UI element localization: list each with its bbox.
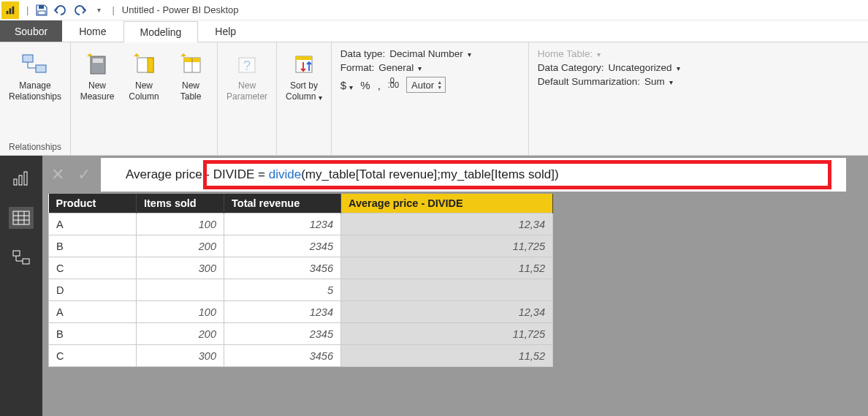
header-total-revenue[interactable]: Total revenue (224, 194, 341, 213)
header-product[interactable]: Product (49, 194, 137, 213)
chevron-down-icon: ▾ (677, 64, 680, 72)
nav-data-view[interactable] (9, 207, 34, 229)
summ-label: Default Summarization: (538, 76, 640, 87)
undo-icon (53, 4, 68, 16)
new-column-button[interactable]: New Column (123, 47, 164, 140)
format-value: General (378, 62, 414, 73)
table-row[interactable]: D5 (49, 279, 553, 301)
sort-by-column-button[interactable]: Sort by Column ▾ (283, 47, 325, 140)
cell-items-sold[interactable]: 100 (137, 301, 224, 323)
data-table[interactable]: Product Items sold Total revenue Average… (48, 194, 553, 367)
thousands-button[interactable]: , (378, 79, 381, 91)
cell-average-price[interactable]: 11,52 (341, 345, 553, 367)
nav-model-view[interactable] (9, 246, 34, 268)
decimals-icon: .0.00 (388, 76, 399, 94)
svg-rect-20 (24, 172, 27, 185)
decimals-spinner[interactable]: Autor ▲▼ (406, 77, 446, 93)
menu-file[interactable]: Soubor (0, 20, 62, 42)
table-row[interactable]: A100123412,34 (49, 301, 553, 323)
cell-items-sold[interactable]: 300 (137, 345, 224, 367)
tab-help[interactable]: Help (198, 20, 253, 42)
header-items-sold[interactable]: Items sold (137, 194, 224, 213)
caret-up-icon[interactable]: ▲ (437, 80, 442, 85)
cell-product[interactable]: C (49, 345, 137, 367)
data-view-icon (12, 210, 31, 226)
cell-total-revenue[interactable]: 3456 (224, 257, 341, 279)
table-row[interactable]: B200234511,725 (49, 235, 553, 257)
cell-total-revenue[interactable]: 1234 (224, 301, 341, 323)
undo-button[interactable] (52, 2, 69, 18)
save-icon (35, 4, 48, 17)
svg-rect-21 (13, 211, 29, 224)
percent-button[interactable]: % (360, 79, 370, 91)
cell-average-price[interactable]: 12,34 (341, 301, 553, 323)
table-row[interactable]: A100123412,34 (49, 213, 553, 235)
cell-product[interactable]: A (49, 213, 137, 235)
cell-items-sold[interactable] (137, 279, 224, 301)
formula-cancel-icon[interactable]: ✕ (48, 165, 67, 184)
cell-average-price[interactable]: 11,725 (341, 235, 553, 257)
svg-rect-5 (23, 55, 33, 62)
cell-average-price[interactable]: 11,725 (341, 323, 553, 345)
cell-items-sold[interactable]: 200 (137, 235, 224, 257)
svg-rect-27 (23, 259, 29, 264)
cell-total-revenue[interactable]: 2345 (224, 323, 341, 345)
cell-product[interactable]: B (49, 235, 137, 257)
cell-total-revenue[interactable]: 2345 (224, 235, 341, 257)
report-view-icon (12, 170, 31, 186)
header-average-price[interactable]: Average price - DIVIDE (341, 194, 553, 213)
chevron-down-icon: ▾ (97, 6, 101, 14)
new-column-label: New Column (129, 80, 159, 102)
cell-total-revenue[interactable]: 1234 (224, 213, 341, 235)
datacategory-dropdown[interactable]: Data Category: Uncategorized ▾ (538, 62, 717, 73)
new-table-label: New Table (180, 80, 202, 102)
summarization-dropdown[interactable]: Default Summarization: Sum ▾ (538, 76, 717, 87)
datatype-dropdown[interactable]: Data type: Decimal Number ▾ (340, 48, 519, 59)
cell-items-sold[interactable]: 300 (137, 257, 224, 279)
caret-down-icon[interactable]: ▼ (437, 85, 442, 90)
ribbon-group-relationships: Manage Relationships Relationships (0, 42, 71, 155)
cell-product[interactable]: D (49, 279, 137, 301)
table-row[interactable]: C300345611,52 (49, 257, 553, 279)
new-parameter-label: New Parameter (226, 80, 267, 102)
cell-average-price[interactable] (341, 279, 553, 301)
svg-rect-2 (12, 6, 15, 14)
chevron-down-icon: ▾ (418, 64, 422, 72)
cell-average-price[interactable]: 12,34 (341, 213, 553, 235)
manage-relationships-button[interactable]: Manage Relationships (6, 47, 64, 140)
cell-items-sold[interactable]: 200 (137, 323, 224, 345)
summ-value: Sum (644, 76, 665, 87)
svg-rect-10 (148, 58, 153, 72)
cell-total-revenue[interactable]: 5 (224, 279, 341, 301)
new-table-icon (176, 50, 205, 79)
table-row[interactable]: C300345611,52 (49, 345, 553, 367)
cell-product[interactable]: C (49, 257, 137, 279)
cell-items-sold[interactable]: 100 (137, 213, 224, 235)
table-row[interactable]: B200234511,725 (49, 323, 553, 345)
formula-commit-icon[interactable]: ✓ (75, 165, 94, 184)
formula-input[interactable]: Average price - DIVIDE = divide(my_table… (101, 158, 846, 192)
ribbon-group-whatif: ? New Parameter . (218, 42, 277, 155)
save-button[interactable] (33, 2, 50, 18)
tab-modeling[interactable]: Modeling (123, 21, 199, 42)
cell-product[interactable]: B (49, 323, 137, 345)
content-area: ✕ ✓ Average price - DIVIDE = divide(my_t… (0, 156, 868, 416)
new-table-button[interactable]: New Table (170, 47, 211, 140)
svg-rect-0 (7, 10, 9, 13)
cell-average-price[interactable]: 11,52 (341, 257, 553, 279)
cell-product[interactable]: A (49, 301, 137, 323)
formula-bar: ✕ ✓ Average price - DIVIDE = divide(my_t… (42, 156, 868, 194)
header-row: Product Items sold Total revenue Average… (49, 194, 553, 213)
redo-button[interactable] (71, 2, 88, 18)
tab-home[interactable]: Home (62, 20, 123, 42)
svg-rect-17 (296, 56, 312, 60)
cell-total-revenue[interactable]: 3456 (224, 345, 341, 367)
qat-separator-2: | (112, 4, 114, 15)
nav-report-view[interactable] (9, 167, 34, 189)
format-dropdown[interactable]: Format: General ▾ (340, 62, 519, 73)
new-measure-button[interactable]: New Measure (77, 47, 118, 140)
qat-customize[interactable]: ▾ (90, 2, 107, 18)
currency-button[interactable]: $ ▾ (340, 79, 354, 91)
svg-rect-6 (36, 65, 46, 72)
chevron-down-icon: ▾ (669, 78, 673, 86)
